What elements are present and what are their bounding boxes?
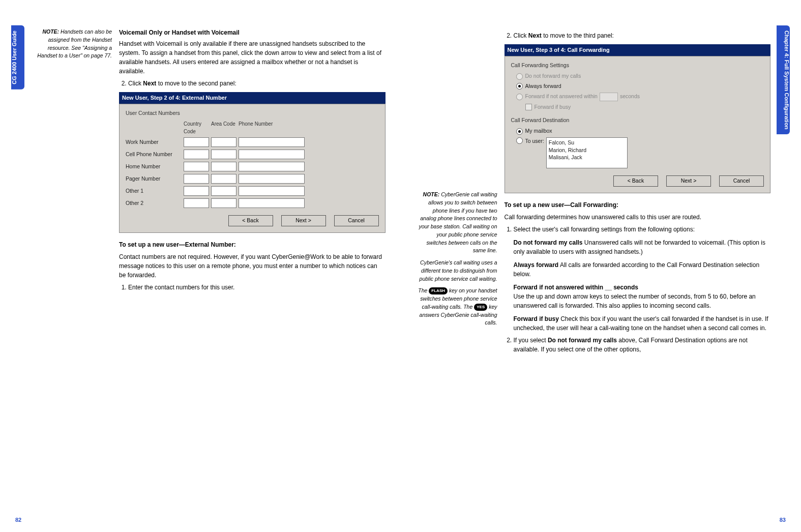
col-area: Area Code [211, 120, 236, 135]
step2-text-c: to move to the second panel: [156, 80, 236, 87]
work-phone-input[interactable] [239, 137, 305, 147]
d3-title: Forward if not answered within __ second… [514, 284, 638, 291]
dialog1-back-button[interactable]: < Back [228, 215, 273, 226]
right-side-tab: Chapter 4: Full System Configuration [777, 25, 790, 134]
radio-touser[interactable] [516, 137, 523, 144]
opt-mymailbox: My mailbox [525, 127, 552, 135]
row-cell: Cell Phone Number [126, 151, 182, 159]
d2-title: Always forward [514, 261, 559, 269]
d1-title: Do not forward my calls [514, 239, 583, 246]
cf-step2: If you select Do not forward my calls ab… [514, 336, 771, 354]
home-country-input[interactable] [184, 162, 209, 171]
radio-donotforward[interactable] [516, 73, 523, 80]
seconds-spinner[interactable] [600, 93, 618, 101]
row-pager: Pager Number [126, 175, 182, 183]
work-area-input[interactable] [211, 137, 236, 147]
step2r-b: Next [528, 32, 542, 39]
cf-step1: Select the user's call forwarding settin… [514, 225, 771, 333]
cf-step1-text: Select the user's call forwarding settin… [514, 226, 695, 233]
step2r-a: Click [514, 32, 528, 39]
yes-key-icon: YES [474, 304, 487, 311]
work-country-input[interactable] [184, 137, 209, 147]
note-label: NOTE: [42, 28, 59, 35]
pager-area-input[interactable] [211, 174, 236, 184]
note-text-r3a: The [418, 287, 429, 293]
dialog1-next-button[interactable]: Next > [281, 215, 326, 226]
dialog-external-number: New User, Step 2 of 4: External Number U… [119, 92, 385, 233]
ext-num-heading: To set up a new user—External Number: [119, 240, 385, 249]
left-side-tab: CG 2400 User Guide [11, 25, 24, 90]
ext-num-paragraph: Contact numbers are not required. Howeve… [119, 252, 385, 280]
left-content: Voicemail Only or Handset with Voicemail… [119, 28, 385, 295]
row-other2: Other 2 [126, 199, 182, 208]
dialog2-back-button[interactable]: < Back [613, 175, 658, 187]
opt-touser: To user: [525, 137, 544, 145]
dialog-call-forwarding: New User, Step 3 of 4: Call Forwarding C… [505, 44, 771, 193]
dialog2-group1: Call Forwarding Settings [511, 62, 764, 70]
opt-always: Always forward [525, 82, 561, 91]
note-text-r2: CyberGenie's call waiting uses a differe… [420, 259, 497, 282]
other1-area-input[interactable] [211, 186, 236, 196]
col-phone: Phone Number [239, 120, 305, 135]
dialog1-cancel-button[interactable]: Cancel [334, 215, 379, 226]
flash-key-icon: FLASH [429, 287, 448, 294]
list-item[interactable]: Falcon, Su [549, 139, 625, 146]
other2-phone-input[interactable] [239, 198, 305, 208]
opt-donotforward: Do not forward my calls [525, 72, 581, 80]
dialog2-group2: Call Forward Destination [511, 116, 764, 125]
opt-forwardbusy: Forward if busy [535, 103, 571, 111]
user-listbox[interactable]: Falcon, Su Marion, Richard Malisani, Jac… [546, 137, 628, 168]
cf-heading: To set up a new user—Call Forwarding: [505, 200, 771, 210]
note-text-r1: CyberGenie call waiting allows you to sw… [419, 191, 497, 253]
cf-step2-b: Do not forward my calls [548, 337, 617, 344]
other1-country-input[interactable] [184, 186, 209, 196]
right-content: Click Next to move to the third panel: N… [505, 28, 771, 357]
step-2: Click Next to move to the second panel: [128, 79, 385, 88]
dialog1-group: User Contact Numbers [126, 109, 379, 117]
step2-bold: Next [143, 80, 156, 87]
dialog1-title: New User, Step 2 of 4: External Number [119, 92, 385, 104]
home-area-input[interactable] [211, 162, 236, 171]
cf-paragraph: Call forwarding determines how unanswere… [505, 213, 771, 222]
pager-phone-input[interactable] [239, 174, 305, 184]
radio-forwardif[interactable] [516, 94, 523, 100]
opt-forwardif-a: Forward if not answered within [525, 93, 598, 101]
radio-mymailbox[interactable] [516, 128, 523, 135]
dialog2-cancel-button[interactable]: Cancel [719, 175, 764, 187]
dialog2-title: New User, Step 3 of 4: Call Forwarding [505, 44, 771, 56]
note-label-r: NOTE: [423, 191, 440, 197]
row-other1: Other 1 [126, 187, 182, 195]
col-country: Country Code [184, 120, 209, 135]
vm-paragraph: Handset with Voicemail is only available… [119, 39, 385, 76]
step-2r: Click Next to move to the third panel: [514, 31, 771, 40]
cell-area-input[interactable] [211, 150, 236, 159]
page-left: CG 2400 User Guide NOTE: Handsets can al… [0, 0, 401, 532]
right-margin-note: NOTE: CyberGenie call waiting allows you… [416, 28, 497, 357]
pager-country-input[interactable] [184, 174, 209, 184]
row-home: Home Number [126, 163, 182, 171]
step2r-c: to move to the third panel: [542, 32, 614, 39]
vm-heading: Voicemail Only or Handset with Voicemail [119, 28, 385, 37]
left-margin-note: NOTE: Handsets can also be assigned from… [31, 28, 112, 295]
radio-always[interactable] [516, 83, 523, 90]
opt-forwardif-b: seconds [620, 93, 640, 101]
cf-step2-a: If you select [514, 337, 548, 344]
chk-forwardbusy[interactable] [525, 104, 532, 110]
other1-phone-input[interactable] [239, 186, 305, 196]
step-1b: Enter the contact numbers for this user. [128, 283, 385, 292]
row-work: Work Number [126, 138, 182, 146]
d3-desc: Use the up and down arrow keys to select… [514, 293, 756, 309]
d4-title: Forward if busy [514, 315, 559, 322]
other2-area-input[interactable] [211, 198, 236, 208]
page-number-right: 83 [780, 517, 786, 523]
list-item[interactable]: Marion, Richard [549, 146, 625, 154]
step2-text-a: Click [128, 80, 143, 87]
list-item[interactable]: Malisani, Jack [549, 154, 625, 161]
home-phone-input[interactable] [239, 162, 305, 171]
dialog2-next-button[interactable]: Next > [666, 175, 711, 187]
page-number-left: 82 [15, 517, 21, 523]
cell-phone-input[interactable] [239, 150, 305, 159]
page-right: Chapter 4: Full System Configuration NOT… [401, 0, 802, 532]
other2-country-input[interactable] [184, 198, 209, 208]
cell-country-input[interactable] [184, 150, 209, 159]
